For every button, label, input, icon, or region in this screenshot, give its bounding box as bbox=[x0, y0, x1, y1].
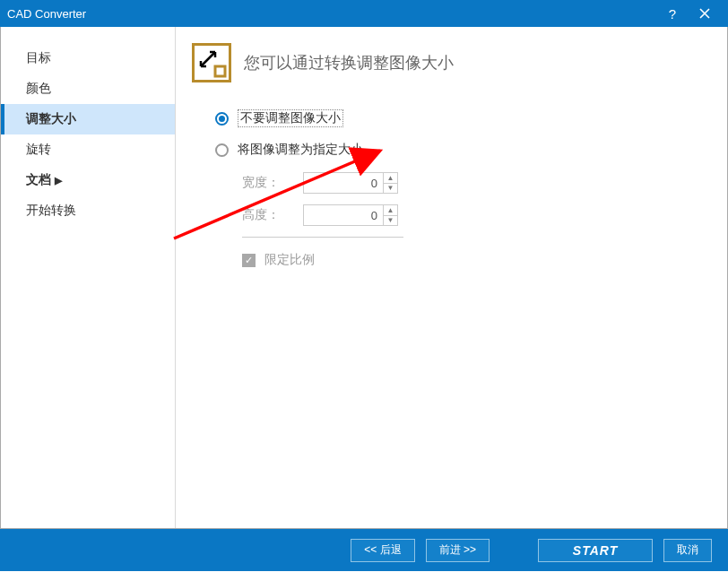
main-panel: 您可以通过转换调整图像大小 不要调整图像大小 将图像调整为指定大小 宽度： 0 … bbox=[176, 27, 727, 528]
sidebar-item-document[interactable]: 文档▶ bbox=[1, 165, 175, 195]
height-value: 0 bbox=[304, 209, 383, 222]
sidebar-item-rotate[interactable]: 旋转 bbox=[1, 134, 175, 165]
heading-row: 您可以通过转换调整图像大小 bbox=[192, 43, 711, 82]
start-button[interactable]: START bbox=[538, 539, 653, 562]
divider bbox=[242, 237, 403, 238]
close-icon bbox=[699, 8, 710, 19]
height-stepper[interactable]: 0 ▲ ▼ bbox=[303, 204, 398, 226]
radio-no-resize-label: 不要调整图像大小 bbox=[238, 109, 343, 127]
height-up[interactable]: ▲ bbox=[384, 205, 397, 216]
radio-icon bbox=[215, 143, 229, 157]
aspect-ratio-check[interactable]: ✓ 限定比例 bbox=[242, 252, 711, 268]
height-row: 高度： 0 ▲ ▼ bbox=[242, 204, 711, 226]
height-down[interactable]: ▼ bbox=[384, 216, 397, 226]
titlebar: CAD Converter ? bbox=[0, 0, 728, 27]
sidebar-item-color[interactable]: 颜色 bbox=[1, 74, 175, 104]
back-button[interactable]: << 后退 bbox=[351, 539, 414, 562]
help-button[interactable]: ? bbox=[656, 0, 689, 27]
body: 目标 颜色 调整大小 旋转 文档▶ 开始转换 您可以通过转换调整图像大小 不要调… bbox=[0, 27, 728, 529]
height-label: 高度： bbox=[242, 207, 290, 223]
width-row: 宽度： 0 ▲ ▼ bbox=[242, 172, 711, 194]
radio-no-resize[interactable]: 不要调整图像大小 bbox=[215, 109, 711, 127]
close-button[interactable] bbox=[689, 0, 721, 27]
footer: << 后退 前进 >> START 取消 bbox=[0, 529, 728, 571]
sidebar-item-resize[interactable]: 调整大小 bbox=[1, 104, 175, 134]
svg-rect-0 bbox=[215, 66, 225, 76]
width-value: 0 bbox=[304, 177, 383, 190]
resize-fields: 宽度： 0 ▲ ▼ 高度： 0 ▲ ▼ bbox=[242, 172, 711, 226]
radio-resize-to[interactable]: 将图像调整为指定大小 bbox=[215, 142, 711, 158]
sidebar-item-target[interactable]: 目标 bbox=[1, 43, 175, 74]
radio-icon bbox=[215, 112, 229, 126]
sidebar: 目标 颜色 调整大小 旋转 文档▶ 开始转换 bbox=[1, 27, 176, 528]
page-heading: 您可以通过转换调整图像大小 bbox=[244, 52, 454, 74]
resize-icon bbox=[192, 43, 231, 82]
width-down[interactable]: ▼ bbox=[384, 184, 397, 194]
width-label: 宽度： bbox=[242, 175, 290, 191]
forward-button[interactable]: 前进 >> bbox=[426, 539, 490, 562]
cancel-button[interactable]: 取消 bbox=[663, 539, 712, 562]
chevron-right-icon: ▶ bbox=[55, 175, 62, 186]
width-stepper[interactable]: 0 ▲ ▼ bbox=[303, 172, 398, 194]
radio-resize-to-label: 将图像调整为指定大小 bbox=[238, 142, 363, 158]
width-up[interactable]: ▲ bbox=[384, 173, 397, 184]
window-title: CAD Converter bbox=[7, 7, 656, 21]
sidebar-item-start-convert[interactable]: 开始转换 bbox=[1, 195, 175, 226]
aspect-ratio-label: 限定比例 bbox=[264, 252, 315, 268]
checkbox-icon: ✓ bbox=[242, 254, 256, 267]
